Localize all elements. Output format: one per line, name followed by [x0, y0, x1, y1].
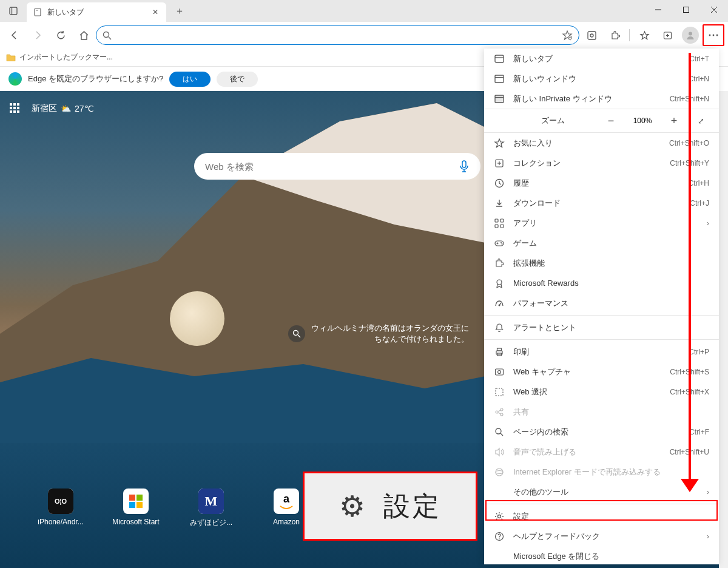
fullscreen-button[interactable]: ⤢: [692, 117, 709, 126]
close-window-button[interactable]: [700, 0, 728, 19]
quick-link[interactable]: O¦OiPhone/Andr...: [36, 489, 85, 528]
menu-item[interactable]: お気に入りCtrl+Shift+O: [484, 133, 719, 153]
collections-button[interactable]: [656, 24, 678, 46]
svg-rect-46: [495, 225, 498, 228]
profile-avatar[interactable]: [679, 24, 701, 46]
new-tab-button[interactable]: ＋: [171, 2, 188, 19]
bell-icon: [494, 322, 505, 333]
tab-actions-icon[interactable]: [0, 7, 27, 15]
svg-point-22: [716, 35, 718, 36]
zoom-out-button[interactable]: −: [601, 115, 621, 127]
maximize-button[interactable]: [672, 0, 700, 19]
menu-item[interactable]: Microsoft Edge を閉じる: [484, 546, 719, 566]
ext-icon: [494, 258, 505, 269]
menu-item[interactable]: 新しいウィンドウCtrl+N: [484, 69, 719, 89]
prompt-text: Edge を既定のブラウザーにしますか?: [28, 73, 163, 84]
ie-icon: [494, 467, 505, 478]
menu-item[interactable]: ゲーム: [484, 233, 719, 253]
capture-icon: [494, 367, 505, 377]
svg-point-73: [499, 538, 500, 539]
menu-item[interactable]: ヘルプとフィードバック›: [484, 526, 719, 546]
svg-line-65: [498, 410, 500, 411]
gear-icon: [494, 511, 505, 522]
vertical-scrollbar[interactable]: [719, 91, 728, 568]
menu-item[interactable]: 拡張機能: [484, 253, 719, 273]
menu-item[interactable]: 新しい InPrivate ウィンドウCtrl+Shift+N: [484, 89, 719, 109]
forward-button[interactable]: [27, 24, 49, 46]
background-info-text: ウィルヘルミナ湾の名前はオランダの女王にちなんで付けられました。: [311, 323, 469, 345]
quick-link[interactable]: Microsoft Start: [112, 489, 160, 528]
menu-item-label: ダウンロード: [513, 198, 681, 209]
menu-item: 共有: [484, 402, 719, 422]
gear-icon: ⚙: [339, 489, 365, 523]
menu-item[interactable]: 印刷Ctrl+P: [484, 342, 719, 362]
svg-line-68: [500, 433, 503, 436]
favorites-button[interactable]: [633, 24, 655, 46]
menu-item[interactable]: 履歴Ctrl+H: [484, 173, 719, 193]
prompt-later-button[interactable]: 後で: [217, 72, 258, 87]
prompt-yes-button[interactable]: はい: [169, 72, 211, 87]
ntp-search-box[interactable]: [194, 153, 480, 180]
menu-item-shortcut: Ctrl+J: [690, 199, 709, 208]
svg-rect-47: [500, 225, 504, 228]
menu-item[interactable]: パフォーマンス: [484, 293, 719, 313]
extensions-icon[interactable]: [604, 24, 625, 46]
zoom-in-button[interactable]: +: [664, 115, 684, 127]
svg-rect-45: [500, 219, 504, 222]
quick-link-label: iPhone/Andr...: [36, 518, 85, 526]
svg-point-9: [104, 32, 109, 37]
minimize-button[interactable]: [644, 0, 672, 19]
menu-item[interactable]: 設定: [484, 506, 719, 526]
quick-link[interactable]: Mみずほビジ...: [187, 489, 235, 528]
menu-item[interactable]: コレクションCtrl+Shift+Y: [484, 153, 719, 173]
zoom-label: ズーム: [513, 115, 593, 126]
tab-close-button[interactable]: ✕: [150, 7, 160, 17]
ntp-search-input[interactable]: [205, 161, 453, 172]
menu-item[interactable]: その他のツール›: [484, 482, 719, 502]
menu-item-label: 設定: [513, 511, 709, 522]
menu-item[interactable]: Web キャプチャCtrl+Shift+S: [484, 362, 719, 382]
back-button[interactable]: [4, 24, 25, 46]
weather-widget[interactable]: 新宿区 ⛅ 27℃: [32, 103, 94, 114]
menu-item-label: ページ内の検索: [513, 427, 681, 438]
menu-item[interactable]: ページ内の検索Ctrl+F: [484, 422, 719, 442]
svg-point-71: [498, 515, 501, 518]
address-input[interactable]: [116, 31, 557, 40]
menu-item-shortcut: Ctrl+T: [689, 55, 709, 63]
svg-rect-48: [495, 241, 504, 246]
address-bar[interactable]: [96, 25, 579, 45]
menu-item[interactable]: アプリ›: [484, 213, 719, 233]
bookmark-folder-label[interactable]: インポートしたブックマー...: [19, 52, 113, 63]
refresh-button[interactable]: [50, 24, 72, 46]
menu-item: 音声で読み上げるCtrl+Shift+U: [484, 442, 719, 462]
menu-item[interactable]: Microsoft Rewards: [484, 273, 719, 293]
menu-divider: [484, 504, 719, 504]
tab-page-icon: [33, 7, 42, 17]
settings-and-more-button[interactable]: [703, 24, 724, 46]
svg-point-67: [496, 428, 501, 434]
games-icon: [494, 238, 505, 249]
favorite-star-icon[interactable]: [562, 30, 573, 41]
svg-rect-57: [497, 348, 502, 351]
menu-item-label: コレクション: [513, 158, 661, 169]
quick-link-icon: a: [274, 489, 299, 514]
svg-rect-6: [684, 7, 689, 13]
app-launcher-icon[interactable]: [10, 103, 21, 114]
menu-item[interactable]: ダウンロードCtrl+J: [484, 193, 719, 213]
tracking-prevention-icon[interactable]: [581, 24, 602, 46]
browser-tab[interactable]: 新しいタブ ✕: [27, 2, 166, 22]
voice-search-icon[interactable]: [459, 160, 470, 172]
svg-point-70: [496, 470, 503, 473]
menu-item[interactable]: アラートとヒント: [484, 317, 719, 337]
home-button[interactable]: [73, 24, 95, 46]
menu-item-shortcut: Ctrl+Shift+S: [670, 368, 709, 376]
menu-item[interactable]: Web 選択Ctrl+Shift+X: [484, 382, 719, 402]
history-icon: [494, 178, 505, 189]
background-info[interactable]: ウィルヘルミナ湾の名前はオランダの女王にちなんで付けられました。: [288, 323, 469, 345]
svg-point-60: [498, 370, 501, 373]
svg-line-55: [499, 303, 501, 305]
menu-item[interactable]: 新しいタブCtrl+T: [484, 49, 719, 69]
svg-rect-31: [129, 502, 135, 508]
menu-item-label: 新しいタブ: [513, 53, 681, 64]
edge-logo-icon: [8, 72, 22, 86]
